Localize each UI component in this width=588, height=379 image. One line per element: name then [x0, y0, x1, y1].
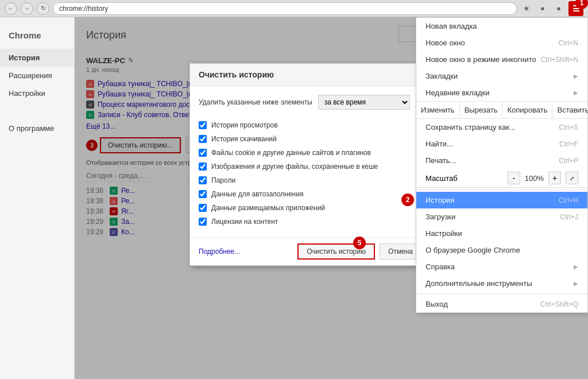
- menu-help[interactable]: Справка: [416, 258, 587, 275]
- menu-incognito[interactable]: Новое окно в режиме инкогнито Ctrl+Shift…: [416, 51, 587, 68]
- sidebar-item-settings[interactable]: Настройки: [0, 84, 74, 102]
- menu-new-window-shortcut: Ctrl+N: [559, 39, 578, 47]
- checkbox-label-7[interactable]: Данные размещаемых приложений: [211, 204, 325, 212]
- extension-icon-2[interactable]: ●: [552, 2, 565, 15]
- menu-save-page[interactable]: Сохранить страницу как... Ctrl+S: [416, 119, 587, 136]
- zoom-label: Масштаб: [425, 174, 458, 183]
- annotation-1: 1: [575, 0, 588, 9]
- zoom-controls: - 100% + ⤢: [508, 172, 578, 184]
- sidebar-item-extensions[interactable]: Расширения: [0, 67, 74, 84]
- menu-bookmarks[interactable]: Закладки: [416, 68, 587, 84]
- sidebar-item-about[interactable]: О программе: [0, 119, 74, 137]
- checkbox-row-5: Пароли: [199, 173, 421, 187]
- menu-exit-shortcut: Ctrl+Shift+Q: [540, 300, 578, 308]
- sidebar-item-history[interactable]: История: [0, 49, 74, 67]
- checkbox-row-6: Данные для автозаполнения: [199, 187, 421, 201]
- menu-find-shortcut: Ctrl+F: [559, 140, 578, 148]
- menu-about-chrome[interactable]: О браузере Google Chrome: [416, 242, 587, 258]
- menu-edit-copy[interactable]: Копировать: [502, 102, 552, 118]
- content-area: История Искать в истории WALZE-PC ✎ 1 дн…: [75, 17, 588, 379]
- checkbox-label-1[interactable]: История просмотров: [211, 121, 278, 129]
- checkbox-history-views[interactable]: [199, 121, 207, 129]
- menu-edit-cut[interactable]: Вырезать: [460, 102, 503, 118]
- checkbox-autofill[interactable]: [199, 190, 207, 198]
- checkbox-row-1: История просмотров: [199, 118, 421, 132]
- checkbox-label-4[interactable]: Изображения и другие файлы, сохраненные …: [211, 163, 378, 171]
- menu-history-shortcut: Ctrl+H: [559, 196, 578, 204]
- checkbox-history-downloads[interactable]: [199, 135, 207, 143]
- checkbox-row-7: Данные размещаемых приложений: [199, 201, 421, 215]
- zoom-out-button[interactable]: -: [508, 172, 520, 184]
- menu-print-shortcut: Ctrl+P: [559, 157, 578, 165]
- annotation-2: 2: [401, 194, 414, 206]
- checkbox-row-2: История скачиваний: [199, 132, 421, 146]
- main-container: Chrome История Расширения Настройки О пр…: [0, 17, 588, 379]
- menu-edit-paste[interactable]: Вставить: [552, 102, 588, 118]
- menu-recent-tabs[interactable]: Недавние вкладки: [416, 84, 587, 101]
- sidebar: Chrome История Расширения Настройки О пр…: [0, 17, 75, 379]
- checkbox-row-4: Изображения и другие файлы, сохраненные …: [199, 160, 421, 173]
- modal-body: Удалить указанные ниже элементы за все в…: [190, 86, 430, 237]
- clear-history-modal: Очистить историю × Удалить указанные ниж…: [189, 63, 431, 266]
- menu-edit-row: Изменить Вырезать Копировать Вставить: [416, 101, 587, 119]
- modal-header: Очистить историю ×: [190, 64, 430, 86]
- sidebar-logo: Chrome: [0, 26, 74, 49]
- refresh-button[interactable]: ↻: [37, 2, 49, 15]
- extension-icon[interactable]: ●: [536, 2, 549, 15]
- menu-downloads-shortcut: Ctrl+J: [560, 213, 578, 221]
- checkbox-licenses[interactable]: [199, 218, 207, 226]
- zoom-row: Масштаб - 100% + ⤢: [416, 169, 587, 188]
- back-button[interactable]: ←: [5, 2, 17, 15]
- menu-separator-1: [416, 190, 587, 190]
- menu-tools[interactable]: Дополнительные инструменты: [416, 275, 587, 292]
- checkbox-label-3[interactable]: Файлы cookie и другие данные сайтов и пл…: [211, 149, 371, 157]
- address-bar[interactable]: [53, 2, 517, 15]
- delete-label: Удалить указанные ниже элементы: [199, 98, 312, 106]
- menu-button[interactable]: ☰ 1: [568, 1, 583, 16]
- menu-new-window[interactable]: Новое окно Ctrl+N: [416, 34, 587, 51]
- modal-footer: Подробнее... Очистить историю 5 Отмена: [190, 237, 430, 265]
- checkbox-cache[interactable]: [199, 163, 207, 171]
- annotation-5: 5: [353, 237, 366, 249]
- checkbox-label-6[interactable]: Данные для автозаполнения: [211, 190, 303, 198]
- checkbox-passwords[interactable]: [199, 176, 207, 184]
- menu-history[interactable]: История Ctrl+H 2: [416, 192, 587, 208]
- time-range-select[interactable]: за все время за последний час за последн…: [318, 95, 410, 110]
- menu-separator-2: [416, 293, 587, 294]
- context-menu: Новая вкладка Новое окно Ctrl+N Новое ок…: [416, 17, 588, 313]
- menu-new-tab[interactable]: Новая вкладка: [416, 18, 587, 34]
- checkbox-label-8[interactable]: Лицензии на контент: [211, 218, 278, 226]
- menu-save-shortcut: Ctrl+S: [559, 123, 578, 132]
- modal-title: Очистить историю: [199, 70, 274, 79]
- checkbox-label-5[interactable]: Пароли: [211, 176, 235, 184]
- menu-edit-change[interactable]: Изменить: [416, 102, 460, 118]
- forward-button[interactable]: →: [21, 2, 33, 15]
- checkbox-label-2[interactable]: История скачиваний: [211, 135, 277, 143]
- zoom-in-button[interactable]: +: [548, 172, 561, 184]
- checkbox-row-3: Файлы cookie и другие данные сайтов и пл…: [199, 146, 421, 160]
- menu-find[interactable]: Найти... Ctrl+F: [416, 136, 587, 152]
- fullscreen-button[interactable]: ⤢: [566, 172, 578, 184]
- browser-toolbar: ← → ↻ ★ ● ● ☰ 1: [0, 0, 588, 17]
- checkbox-app-data[interactable]: [199, 204, 207, 212]
- modal-more-link[interactable]: Подробнее...: [199, 247, 240, 256]
- menu-downloads[interactable]: Загрузки Ctrl+J: [416, 208, 587, 225]
- menu-settings[interactable]: Настройки: [416, 225, 587, 242]
- checkbox-cookies[interactable]: [199, 149, 207, 157]
- zoom-level: 100%: [525, 174, 544, 183]
- menu-exit[interactable]: Выход Ctrl+Shift+Q: [416, 296, 587, 312]
- bookmark-icon[interactable]: ★: [520, 2, 533, 15]
- time-range-row: Удалить указанные ниже элементы за все в…: [199, 95, 421, 110]
- modal-actions: Очистить историю 5 Отмена: [297, 243, 421, 260]
- checkbox-row-8: Лицензии на контент: [199, 215, 421, 229]
- menu-print[interactable]: Печать... Ctrl+P: [416, 152, 587, 169]
- menu-incognito-shortcut: Ctrl+Shift+N: [541, 56, 578, 64]
